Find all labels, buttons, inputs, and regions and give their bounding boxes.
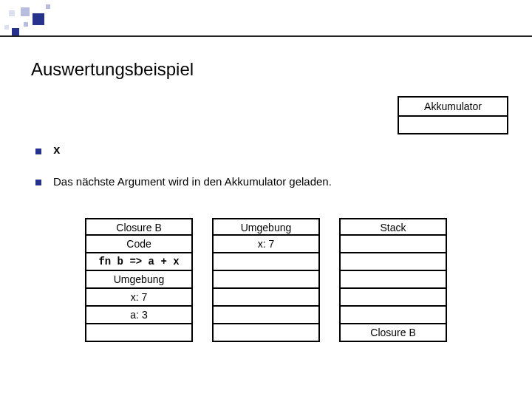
stack-cell (339, 271, 447, 289)
stack-header: Stack (339, 218, 447, 236)
stack-cell (339, 253, 447, 271)
closure-cell: x: 7 (85, 289, 193, 307)
umgebung-cell (212, 289, 320, 307)
corner-decoration (3, 3, 62, 40)
umgebung-cell (212, 307, 320, 324)
bullet-item: x (35, 144, 502, 157)
stack-cell: Closure B (339, 324, 447, 342)
page-title: Auswertungsbeispiel (31, 59, 194, 80)
closure-cell: Umgebung (85, 271, 193, 289)
stack-cell (339, 289, 447, 307)
stack-column: Stack Closure B (339, 218, 447, 342)
closure-cell (85, 324, 193, 342)
bullet-item: Das nächste Argument wird in den Akkumul… (35, 175, 502, 188)
akkumulator-box: Akkumulator (398, 96, 508, 134)
bullet-list: x Das nächste Argument wird in den Akkum… (35, 144, 502, 205)
closure-cell: a: 3 (85, 307, 193, 324)
umgebung-cell: x: 7 (212, 236, 320, 253)
bullet-icon (35, 180, 41, 185)
closure-column: Closure B Code fn b => a + x Umgebung x:… (85, 218, 193, 342)
closure-header: Closure B (85, 218, 193, 236)
tables-row: Closure B Code fn b => a + x Umgebung x:… (0, 218, 532, 342)
umgebung-column: Umgebung x: 7 (212, 218, 320, 342)
umgebung-cell (212, 271, 320, 289)
bullet-text: Das nächste Argument wird in den Akkumul… (53, 175, 332, 188)
stack-cell (339, 236, 447, 253)
akkumulator-label: Akkumulator (399, 98, 507, 117)
stack-cell (339, 307, 447, 324)
bullet-icon (35, 149, 41, 154)
closure-cell: Code (85, 236, 193, 253)
umgebung-cell (212, 324, 320, 342)
umgebung-header: Umgebung (212, 218, 320, 236)
top-divider (0, 35, 532, 37)
akkumulator-value (399, 117, 507, 133)
bullet-code: x (53, 144, 61, 157)
umgebung-cell (212, 253, 320, 271)
closure-code-cell: fn b => a + x (85, 253, 193, 271)
